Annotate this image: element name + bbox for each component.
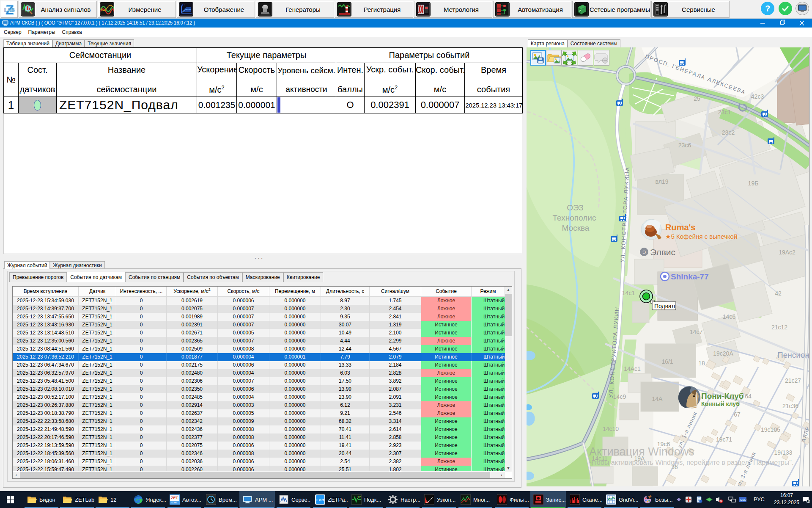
svg-text:64: 64 bbox=[745, 393, 752, 400]
svg-text:19с105: 19с105 bbox=[761, 426, 780, 433]
svg-text:.exe: .exe bbox=[170, 500, 177, 504]
svg-text:21с36: 21с36 bbox=[782, 403, 798, 409]
svg-text:t↑: t↑ bbox=[182, 3, 185, 7]
svg-text:23с2: 23с2 bbox=[722, 129, 735, 136]
svg-text:67: 67 bbox=[734, 411, 741, 418]
svg-text:19Ас2: 19Ас2 bbox=[779, 249, 796, 256]
svg-text:18: 18 bbox=[698, 360, 705, 367]
svg-text:Shinka-77: Shinka-77 bbox=[671, 272, 709, 281]
svg-text:Москва: Москва bbox=[562, 224, 590, 232]
svg-text:Активация Windows: Активация Windows bbox=[589, 445, 694, 458]
svg-text:23с6: 23с6 bbox=[678, 142, 691, 149]
svg-text:★5 Кофейня с выпечкой: ★5 Кофейня с выпечкой bbox=[665, 233, 737, 240]
svg-text:1: 1 bbox=[808, 500, 809, 503]
svg-text:ОЭЗ: ОЭЗ bbox=[567, 203, 584, 212]
svg-text:16/1: 16/1 bbox=[661, 358, 673, 365]
svg-text:14с6: 14с6 bbox=[723, 313, 736, 320]
svg-text:вл19: вл19 bbox=[656, 178, 669, 185]
svg-text:17: 17 bbox=[357, 496, 361, 499]
svg-text:Элвис: Элвис bbox=[650, 247, 675, 257]
svg-text:14Ас1: 14Ас1 bbox=[624, 365, 641, 372]
svg-text:14с1: 14с1 bbox=[622, 290, 635, 296]
svg-text:42с3: 42с3 bbox=[751, 93, 764, 100]
svg-text:14с7: 14с7 bbox=[690, 329, 703, 335]
svg-text:ZET: ZET bbox=[171, 496, 178, 500]
svg-text:23с1: 23с1 bbox=[718, 109, 731, 116]
svg-text:14А: 14А bbox=[652, 395, 663, 402]
svg-text:LAB: LAB bbox=[316, 498, 324, 502]
svg-text:19с71: 19с71 bbox=[716, 436, 732, 443]
svg-text:25: 25 bbox=[694, 95, 700, 102]
svg-text:Технополис: Технополис bbox=[553, 213, 596, 222]
svg-text:19с20А: 19с20А bbox=[713, 350, 733, 357]
svg-text:Z: Z bbox=[579, 9, 581, 13]
svg-text:Чтобы активировать Windows, пе: Чтобы активировать Windows, перейдите в … bbox=[589, 459, 793, 466]
svg-text:42: 42 bbox=[775, 290, 782, 297]
svg-text:Подвал: Подвал bbox=[654, 303, 675, 309]
svg-text:Пенсионе: Пенсионе bbox=[777, 351, 809, 359]
svg-text:LAB: LAB bbox=[4, 7, 15, 13]
svg-text:Ruma's: Ruma's bbox=[665, 223, 695, 232]
svg-text:14с10: 14с10 bbox=[603, 425, 619, 432]
svg-text:19/133: 19/133 bbox=[774, 449, 793, 456]
svg-text:19Б: 19Б bbox=[748, 180, 759, 187]
svg-text:Пони-Клуб: Пони-Клуб bbox=[701, 392, 743, 400]
svg-text:14с9: 14с9 bbox=[613, 393, 626, 400]
svg-text:21с12: 21с12 bbox=[771, 324, 787, 331]
svg-text:Конный клуб: Конный клуб bbox=[701, 400, 740, 407]
svg-text:21с27: 21с27 bbox=[785, 377, 801, 384]
svg-text:USD: USD bbox=[740, 498, 746, 501]
svg-text:Э: Э bbox=[642, 250, 646, 255]
